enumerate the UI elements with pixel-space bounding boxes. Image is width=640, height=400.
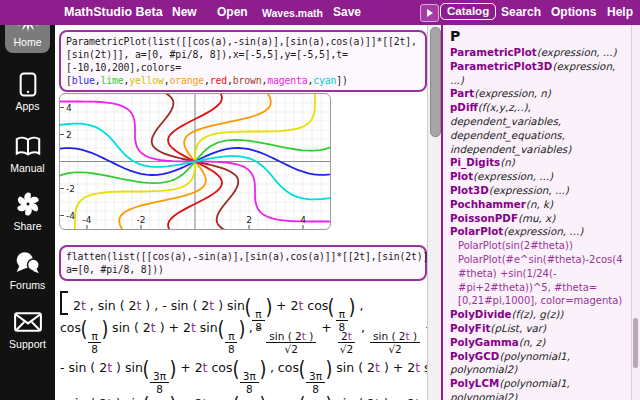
catalog-entry-polygamma[interactable]: PolyGamma(n, z) [450,336,630,350]
catalog-scrollbar-thumb[interactable] [633,318,638,368]
play-icon [427,9,433,17]
sidebar-item-support[interactable]: Support [0,308,55,350]
code-line: [-10,10,200],colors= [66,61,420,74]
list-bracket [60,291,68,315]
sidebar-item-manual[interactable]: Manual [0,132,55,174]
catalog-entry-name: PolyLCM [450,377,499,389]
code-line: [blue,lime,yellow,orange,red,brown,magen… [66,74,420,87]
sidebar-item-label: Apps [16,100,40,112]
code-line: flatten(list([[cos(a),-sin(a)],[sin(a),c… [66,250,420,263]
math-output-row: - sin ( 2t ) sin(5π8) + 2t cos(5π8) , co… [60,393,427,400]
catalog-entry-polygcd[interactable]: PolyGCD(polynomial1, polynomial2) [450,350,630,378]
menu-options[interactable]: Options [551,5,596,19]
svg-text:2: 2 [66,130,72,140]
svg-text:4: 4 [66,103,72,113]
catalog-entry-plot[interactable]: Plot(expression, ...) [450,170,630,184]
svg-text:-2: -2 [66,184,75,194]
catalog-panel: P ParametricPlot(expression, ...)Paramet… [441,25,640,400]
catalog-entry-args: (f(z), g(z)) [512,308,564,320]
catalog-entry-name: PoissonPDF [450,212,518,224]
catalog-entry-polarplot[interactable]: PolarPlot(expression, ...) [450,225,630,239]
catalog-entry-name: PolyDivide [450,308,512,320]
catalog-entry-pochhammer[interactable]: Pochhammer(n, k) [450,198,630,212]
math-output-row: cos(π8) sin ( 2t ) + 2t sin(π8) , - sin … [60,317,427,355]
svg-text:2: 2 [246,215,252,225]
catalog-entry-poissonpdf[interactable]: PoissonPDF(mu, x) [450,212,630,226]
catalog-entry-plot3d[interactable]: Plot3D(expression, ...) [450,184,630,198]
envelope-icon [14,308,42,336]
tab-catalog[interactable]: Catalog [440,3,496,20]
sidebar-item-share[interactable]: Share [0,190,55,232]
menu-save[interactable]: Save [333,5,361,19]
catalog-entry-polydivide[interactable]: PolyDivide(f(z), g(z)) [450,308,630,322]
svg-text:-4: -4 [66,211,75,221]
sidebar: HomeAppsManualShareForumsSupport [0,0,55,400]
catalog-scrollbar[interactable] [631,25,640,400]
app-title: MathStudio Beta [64,5,163,19]
catalog-example[interactable]: PolarPlot(#e^sin(#theta)-2cos(4#theta) +… [458,253,630,308]
menu-open[interactable]: Open [217,5,248,19]
code-line: a=[0, #pi/8, 8])) [66,263,420,276]
catalog-entry-args: (expression, ...) [537,46,617,58]
svg-text:-2: -2 [137,215,146,225]
catalog-entry-parametricplot[interactable]: ParametricPlot(expression, ...) [450,46,630,60]
sidebar-item-label: Forums [10,279,46,291]
svg-text:4: 4 [300,215,306,225]
chat-icon [14,249,42,277]
catalog-entry-name: ParametricPlot3D [450,60,552,72]
main-scrollbar-thumb[interactable] [430,27,441,137]
catalog-entry-args: (expression, ...) [503,225,583,237]
sidebar-item-label: Share [13,220,41,232]
catalog-entry-name: PolyGCD [450,350,499,362]
menu-search[interactable]: Search [501,5,541,19]
code-line: [sin(2t)]], a=[0, #pi/8, 8]),x=[-5,5],y=… [66,48,420,61]
catalog-entry-name: Plot3D [450,184,489,196]
catalog-entry-name: PolyGamma [450,336,519,348]
run-button[interactable] [420,4,439,22]
catalog-entry-args: (expression, ...) [473,170,553,182]
sidebar-item-forums[interactable]: Forums [0,249,55,291]
filename[interactable]: Waves.math [262,7,323,19]
app-window: MathStudio Beta New Open Waves.math Save… [0,0,640,400]
menu-help[interactable]: Help [607,5,633,19]
math-output-row: - sin ( 2t ) sin(3π8) + 2t cos(3π8) , co… [60,357,427,395]
catalog-entry-name: Plot [450,170,473,182]
sidebar-item-label: Support [9,338,46,350]
catalog-entry-args: (n, k) [526,198,553,210]
pinwheel-icon [14,190,42,218]
catalog-entry-name: PolyFit [450,322,490,334]
main-scrollbar[interactable] [427,25,441,400]
parametric-plot[interactable]: 42-2-4-4-224 [59,93,331,230]
catalog-list: ParametricPlot(expression, ...)Parametri… [450,46,630,400]
catalog-entry-name: Pochhammer [450,198,526,210]
catalog-section-header: P [450,28,640,44]
catalog-entry-name: pDiff [450,101,478,113]
sidebar-item-label: Home [13,36,41,48]
catalog-entry-args: (mu, x) [518,212,555,224]
math-output: 2t , sin ( 2t ) , - sin ( 2t ) sin(π8) +… [59,287,427,400]
catalog-entry-args: (expression, n) [474,87,551,99]
catalog-entry-args: (n, z) [519,336,546,348]
catalog-entry-name: Part [450,87,474,99]
book-icon [14,132,42,160]
catalog-entry-polylcm[interactable]: PolyLCM(polynomial1, polynomial2) [450,377,630,400]
catalog-entry-polyfit[interactable]: PolyFit(pList, var) [450,322,630,336]
input-cell-flatten[interactable]: flatten(list([[cos(a),-sin(a)],[sin(a),c… [59,245,427,281]
catalog-entry-part[interactable]: Part(expression, n) [450,87,630,101]
code-line: ParametricPlot(list([[cos(a),-sin(a)],[s… [66,35,420,48]
catalog-example[interactable]: PolarPlot(sin(2#theta)) [458,239,630,253]
catalog-entry-args: (n) [500,156,515,168]
catalog-entry-pdiff[interactable]: pDiff(f(x,y,z,..), dependent_variables, … [450,101,630,156]
catalog-entry-args: (pList, var) [490,322,546,334]
sidebar-item-apps[interactable]: Apps [0,70,55,112]
svg-text:-4: -4 [83,215,92,225]
sidebar-item-label: Manual [10,162,44,174]
plot-canvas: 42-2-4-4-224 [60,94,330,229]
catalog-entry-name: PolarPlot [450,225,503,237]
catalog-entry-pi_digits[interactable]: Pi_Digits(n) [450,156,630,170]
catalog-entry-name: Pi_Digits [450,156,500,168]
catalog-entry-parametricplot3d[interactable]: ParametricPlot3D(expression, ...) [450,60,630,88]
input-cell-parametricplot[interactable]: ParametricPlot(list([[cos(a),-sin(a)],[s… [59,30,427,92]
menu-new[interactable]: New [172,5,197,19]
notebook-area: ParametricPlot(list([[cos(a),-sin(a)],[s… [55,25,427,400]
